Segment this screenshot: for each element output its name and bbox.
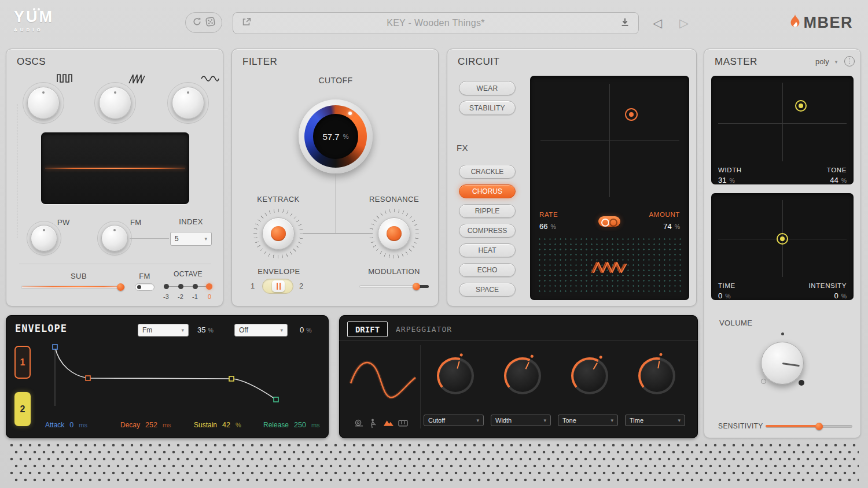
octave-dot-zero[interactable]: [206, 283, 212, 290]
slider-handle[interactable]: [815, 423, 823, 430]
walking-person-icon[interactable]: [369, 419, 376, 431]
drift-target-4-dropdown[interactable]: Time ▾: [625, 415, 685, 426]
filter-title: FILTER: [242, 56, 277, 68]
resonance-knob[interactable]: [378, 217, 410, 250]
tab-drift[interactable]: DRIFT: [347, 321, 388, 337]
envelope-tab-1[interactable]: 1: [14, 346, 31, 379]
octave-label: OCTAVE: [167, 270, 209, 278]
refresh-icon[interactable]: [192, 17, 202, 29]
filter-panel: FILTER CUTOFF 57.7 % KEYTRACK RESONANCE …: [231, 49, 439, 306]
time-intensity-xy-pad[interactable]: TIME 0% INTENSITY 0%: [711, 193, 854, 300]
drift-target-value: Cutoff: [428, 417, 445, 424]
drift-target-1-dropdown[interactable]: Cutoff ▾: [424, 415, 484, 426]
download-icon[interactable]: [620, 17, 630, 29]
octave-value: 0: [204, 293, 215, 300]
sub-slider[interactable]: [21, 282, 125, 291]
fm-toggle[interactable]: [135, 283, 155, 291]
mod-target-2-dropdown[interactable]: Off ▾: [234, 324, 288, 337]
resonance-label: RESONANCE: [359, 195, 429, 204]
drift-knob-width[interactable]: [504, 357, 541, 394]
octave-dot-minus1[interactable]: [193, 284, 198, 289]
dice-icon[interactable]: [205, 17, 215, 29]
knob-face: [641, 360, 673, 392]
flame-icon: [788, 13, 803, 32]
saw-wave-icon: [128, 72, 145, 87]
volume-label: VOLUME: [719, 319, 752, 327]
circuit-panel: CIRCUIT WEAR STABILITY FX CRACKLE CHORUS…: [447, 49, 697, 306]
amount-label: AMOUNT: [649, 211, 680, 218]
fm-knob[interactable]: [101, 225, 128, 252]
tab-divider: [339, 340, 698, 341]
pw-knob[interactable]: [31, 225, 57, 252]
volume-knob[interactable]: [761, 342, 804, 385]
drift-knob-time[interactable]: [638, 357, 675, 394]
time-value: 0%: [718, 291, 731, 300]
fx-button-heat[interactable]: HEAT: [459, 243, 516, 257]
fx-button-space[interactable]: SPACE: [459, 283, 516, 297]
octave-dot-minus3[interactable]: [164, 284, 169, 289]
circuit-title: CIRCUIT: [458, 56, 499, 68]
cutoff-knob[interactable]: 57.7 %: [299, 99, 373, 173]
snail-icon[interactable]: [354, 419, 364, 430]
sensitivity-slider[interactable]: [766, 422, 852, 431]
slider-handle[interactable]: [413, 283, 420, 290]
modulation-slider[interactable]: [359, 282, 429, 291]
utility-button-group: [185, 12, 222, 33]
osc2-level-knob[interactable]: [99, 87, 131, 119]
envelope-select-toggle[interactable]: [262, 279, 293, 294]
fx-button-chorus[interactable]: CHORUS: [459, 184, 516, 198]
drift-target-2-dropdown[interactable]: Width ▾: [491, 415, 551, 426]
fm-switch-label: FM: [133, 272, 156, 280]
chevron-down-icon: ▾: [204, 236, 207, 242]
voice-mode-value: poly: [815, 57, 829, 66]
fx-button-compress[interactable]: COMPRESS: [459, 224, 516, 238]
drift-target-3-dropdown[interactable]: Tone ▾: [558, 415, 618, 426]
fx-label: FX: [457, 143, 468, 153]
width-tone-xy-pad[interactable]: WIDTH 31% TONE 44%: [711, 76, 854, 184]
index-dropdown[interactable]: 5 ▾: [170, 232, 212, 246]
octave-line: [166, 286, 209, 287]
xy-marker[interactable]: [625, 108, 638, 121]
octave-dot-minus2[interactable]: [178, 284, 183, 289]
tab-arpeggiator[interactable]: ARPEGGIATOR: [396, 325, 452, 334]
envelope-option-2[interactable]: 2: [299, 282, 303, 290]
fx-power-toggle[interactable]: [598, 216, 620, 227]
voice-mode-dropdown[interactable]: poly ▾: [815, 57, 837, 66]
crosshair-horizontal: [540, 141, 679, 141]
fx-button-echo[interactable]: ECHO: [459, 263, 516, 277]
osc3-level-knob[interactable]: [172, 87, 204, 119]
info-icon[interactable]: ⋮: [844, 56, 855, 66]
slider-handle[interactable]: [117, 283, 124, 291]
chevron-down-icon: ▾: [476, 417, 479, 423]
export-icon[interactable]: [241, 17, 252, 29]
circuit-xy-pad[interactable]: RATE 66% AMOUNT 74%: [530, 76, 689, 300]
next-preset-button[interactable]: ▷: [679, 16, 689, 31]
mountain-icon[interactable]: [383, 419, 394, 429]
osc1-level-knob[interactable]: [27, 87, 60, 119]
keytrack-knob[interactable]: [262, 217, 295, 250]
preset-bar[interactable]: KEY - Wooden Things*: [233, 12, 639, 34]
pulse-wave-icon: [56, 71, 75, 87]
stability-button[interactable]: STABILITY: [459, 101, 516, 115]
fx-button-column: CRACKLE CHORUS RIPPLE COMPRESS HEAT ECHO…: [459, 165, 516, 297]
drift-knob-cutoff[interactable]: [437, 357, 474, 394]
drift-knob-tone[interactable]: [571, 357, 608, 394]
mod-target-1-dropdown[interactable]: Fm ▾: [138, 324, 189, 337]
fx-button-ripple[interactable]: RIPPLE: [459, 204, 516, 218]
envelope-curve-editor[interactable]: [41, 341, 318, 414]
slider-orange-line: [22, 286, 124, 287]
wear-button[interactable]: WEAR: [459, 81, 516, 95]
envelope-tab-2[interactable]: 2: [14, 392, 31, 426]
volume-needle: [782, 363, 800, 367]
speaker-grille: [9, 443, 859, 483]
chevron-down-icon: ▾: [678, 417, 681, 423]
xy-marker[interactable]: [795, 100, 807, 112]
fx-button-crackle[interactable]: CRACKLE: [459, 165, 516, 179]
piano-keys-icon[interactable]: [398, 419, 408, 429]
knob-needle: [657, 361, 660, 368]
prev-preset-button[interactable]: ◁: [653, 16, 662, 31]
envelope-option-1[interactable]: 1: [251, 282, 255, 290]
logo-subtext: AUDIO: [14, 27, 54, 32]
xy-marker[interactable]: [777, 233, 788, 245]
volume-min-dot: [761, 379, 766, 384]
